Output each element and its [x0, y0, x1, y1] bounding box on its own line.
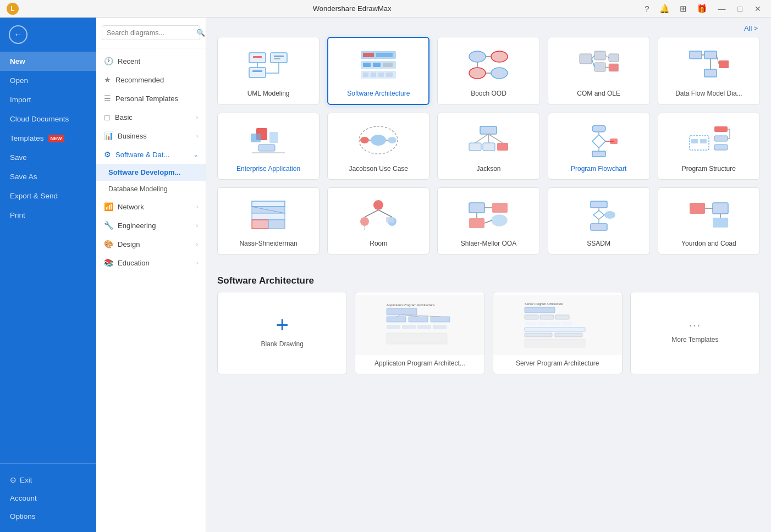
engineering-chevron: › — [196, 223, 198, 229]
nav-design[interactable]: 🎨 Design › — [96, 235, 206, 253]
nav-database[interactable]: Database Modeling — [96, 181, 206, 197]
minimize-button[interactable]: — — [715, 4, 729, 13]
svg-line-99 — [484, 220, 492, 223]
diagram-card-dataflow[interactable]: Data Flow Model Dia... — [658, 37, 760, 105]
nav-label-import: Import — [10, 96, 31, 104]
all-arrow: > — [753, 24, 758, 32]
nav-basic[interactable]: ◻ Basic › — [96, 108, 206, 126]
svg-point-86 — [360, 217, 369, 226]
svg-point-23 — [491, 51, 508, 62]
nav-label-export: Export & Send — [10, 192, 58, 200]
svg-line-90 — [378, 210, 392, 217]
diagram-card-room[interactable]: Room — [327, 187, 429, 254]
all-label: All — [744, 24, 752, 32]
maximize-button[interactable]: □ — [735, 4, 746, 13]
svg-rect-83 — [252, 220, 268, 229]
network-icon: 📶 — [104, 202, 113, 211]
nav-item-new[interactable]: New — [0, 52, 96, 71]
svg-rect-82 — [252, 213, 285, 220]
nav-item-open[interactable]: Open — [0, 71, 96, 90]
nav-education[interactable]: 📚 Education › — [96, 253, 206, 272]
svg-rect-132 — [525, 322, 536, 325]
svg-line-60 — [475, 134, 488, 143]
apps-icon[interactable]: ⊞ — [678, 3, 689, 15]
diagram-card-ssadm[interactable]: SSADM — [548, 187, 650, 254]
jackson-img — [464, 121, 513, 159]
diagram-card-shlaer[interactable]: Shlaer-Mellor OOA — [437, 187, 539, 254]
nav-recommended[interactable]: ★ Recommended — [96, 70, 206, 89]
nav-recent[interactable]: 🕐 Recent — [96, 52, 206, 70]
help-icon[interactable]: ? — [642, 3, 651, 14]
svg-line-37 — [605, 67, 609, 68]
close-button[interactable]: ✕ — [751, 4, 764, 13]
diagram-card-com[interactable]: COM and OLE — [548, 37, 650, 105]
sidebar-bottom: ⊖ Exit Account Options — [0, 463, 96, 532]
diagram-card-program-struct[interactable]: Program Structure — [658, 113, 760, 180]
nav-engineering[interactable]: 🔧 Engineering › — [96, 216, 206, 235]
jacobson-label: Jacobson Use Case — [349, 165, 408, 173]
nav-label-save: Save — [10, 153, 27, 162]
svg-rect-88 — [386, 217, 394, 223]
nav-item-options[interactable]: Options — [0, 507, 96, 525]
shlaer-img — [464, 196, 513, 234]
svg-rect-15 — [373, 63, 381, 67]
personal-label: Personal Templates — [115, 95, 178, 103]
diagram-card-yourdon[interactable]: Yourdon and Coad — [658, 187, 760, 254]
nav-software[interactable]: ⚙ Software & Dat... ⌄ — [96, 145, 206, 164]
software-dev-label: Software Developm... — [108, 168, 180, 176]
bell-icon[interactable]: 🔔 — [657, 3, 672, 15]
com-img — [574, 46, 624, 84]
diagram-card-enterprise[interactable]: Enterprise Application — [217, 113, 320, 180]
program-flow-label: Program Flowchart — [571, 165, 626, 173]
nav-personal[interactable]: ☰ Personal Templates — [96, 89, 206, 108]
nav-item-exit[interactable]: ⊖ Exit — [0, 470, 96, 489]
diagram-card-nassi[interactable]: Nassi-Shneiderman — [217, 187, 320, 254]
nav-business[interactable]: 📊 Business › — [96, 126, 206, 145]
svg-rect-72 — [714, 145, 728, 150]
diagram-card-software-arch[interactable]: Software Architecture — [327, 37, 429, 105]
diagram-card-jacobson[interactable]: Jacobson Use Case — [327, 113, 429, 180]
diagram-grid: UML Modeling — [206, 37, 771, 265]
all-link[interactable]: All > — [744, 24, 758, 32]
software-icon: ⚙ — [104, 150, 111, 159]
nav-item-save[interactable]: Save — [0, 148, 96, 167]
titlebar: L Wondershare EdrawMax ? 🔔 ⊞ 🎁 — □ ✕ — [0, 0, 771, 18]
template-app-prog[interactable]: Application Program Architecture — [355, 292, 484, 374]
diagram-card-uml[interactable]: UML Modeling — [217, 37, 320, 105]
uml-img — [244, 46, 293, 84]
nav-item-print[interactable]: Print — [0, 206, 96, 225]
nav-software-dev[interactable]: Software Developm... — [96, 164, 206, 181]
server-prog-preview: Server Program Architecture — [493, 295, 622, 355]
svg-rect-77 — [691, 139, 698, 143]
back-button[interactable]: ← — [9, 25, 27, 44]
user-avatar[interactable]: L — [7, 3, 19, 15]
app-title: Wondershare EdrawMax — [62, 4, 642, 13]
svg-rect-57 — [469, 143, 481, 151]
nav-network[interactable]: 📶 Network › — [96, 197, 206, 216]
diagram-card-booch[interactable]: Booch OOD — [437, 37, 539, 105]
design-chevron: › — [196, 241, 198, 247]
template-more[interactable]: ··· More Templates — [630, 292, 760, 374]
nav-item-templates[interactable]: Templates NEW — [0, 129, 96, 148]
nav-item-cloud[interactable]: Cloud Documents — [0, 109, 96, 129]
gift-icon[interactable]: 🎁 — [695, 3, 709, 15]
search-input-wrap[interactable]: 🔍 — [102, 25, 200, 40]
svg-marker-101 — [593, 210, 604, 219]
svg-rect-1 — [253, 56, 262, 58]
svg-point-25 — [491, 68, 508, 79]
diagram-card-program-flow[interactable]: Program Flowchart — [548, 113, 650, 180]
nav-item-export[interactable]: Export & Send — [0, 186, 96, 206]
search-input[interactable] — [107, 29, 193, 37]
software-label: Software & Dat... — [115, 151, 169, 159]
svg-rect-4 — [274, 58, 280, 59]
nav-item-import[interactable]: Import — [0, 90, 96, 109]
nav-item-save-as[interactable]: Save As — [0, 167, 96, 186]
template-server-prog[interactable]: Server Program Architecture — [493, 292, 623, 374]
template-blank[interactable]: + Blank Drawing — [217, 292, 347, 374]
diagram-card-jackson[interactable]: Jackson — [437, 113, 539, 180]
nav-item-account[interactable]: Account — [0, 489, 96, 507]
software-arch-img — [354, 46, 403, 84]
svg-rect-116 — [409, 317, 428, 322]
engineering-icon: 🔧 — [104, 221, 113, 230]
svg-rect-59 — [497, 143, 508, 151]
